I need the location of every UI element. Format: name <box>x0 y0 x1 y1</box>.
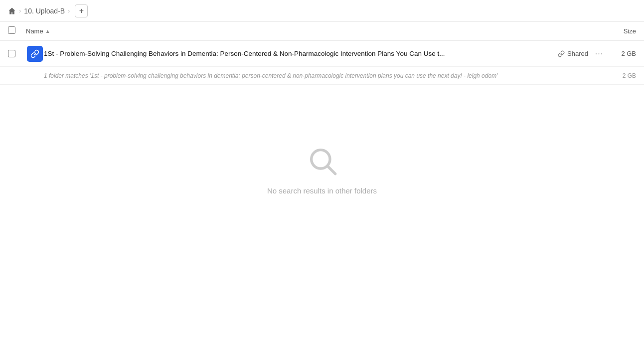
size-column-header: Size <box>596 27 636 35</box>
shared-badge: Shared <box>558 50 588 57</box>
breadcrumb-separator-2: › <box>68 7 70 14</box>
link-icon <box>558 50 565 57</box>
header-checkbox[interactable] <box>8 26 26 36</box>
breadcrumb: › 10. Upload-B › + <box>0 0 644 22</box>
row-checkbox-container[interactable] <box>8 50 26 57</box>
name-column-header[interactable]: Name ▲ <box>26 27 596 35</box>
file-size: 2 GB <box>606 50 636 57</box>
sort-arrow-icon: ▲ <box>45 28 50 34</box>
breadcrumb-separator: › <box>19 7 21 14</box>
breadcrumb-folder[interactable]: 10. Upload-B <box>24 7 65 15</box>
svg-line-1 <box>328 167 335 174</box>
file-name: 1St - Problem-Solving Challenging Behavi… <box>44 50 558 57</box>
no-results-icon <box>306 145 338 179</box>
table-header: Name ▲ Size <box>0 22 644 41</box>
file-actions: Shared ··· <box>558 47 606 61</box>
home-button[interactable] <box>8 7 16 15</box>
empty-message: No search results in other folders <box>267 186 377 195</box>
shared-label: Shared <box>567 50 588 57</box>
name-label: Name <box>26 27 43 35</box>
select-all-checkbox[interactable] <box>8 26 15 34</box>
match-size: 2 GB <box>606 72 636 79</box>
more-options-button[interactable]: ··· <box>592 47 606 61</box>
match-info-row: 1 folder matches '1st - problem-solving … <box>0 67 644 85</box>
row-checkbox[interactable] <box>8 50 15 57</box>
match-text: 1 folder matches '1st - problem-solving … <box>44 72 606 79</box>
folder-icon <box>26 46 44 62</box>
empty-state: No search results in other folders <box>0 85 644 195</box>
add-button[interactable]: + <box>75 4 88 17</box>
file-row[interactable]: 1St - Problem-Solving Challenging Behavi… <box>0 41 644 67</box>
folder-link-icon-box <box>27 46 43 62</box>
